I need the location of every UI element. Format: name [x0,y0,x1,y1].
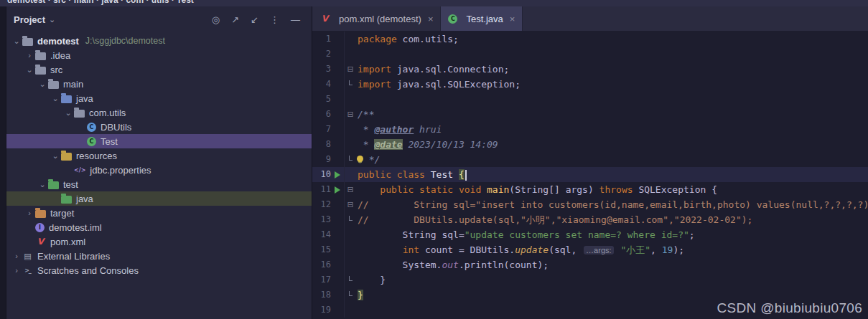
tree-item-test[interactable]: ⌄test [6,177,312,191]
code-line-10[interactable]: 10public class Test { [312,167,868,182]
folder-gray-icon [35,67,46,75]
tree-item-label: com.utils [89,108,126,118]
tree-item-label: java [76,93,93,104]
code-line-3[interactable]: 3⊟import java.sql.Connection; [312,62,868,77]
fold-end-icon[interactable] [349,216,353,221]
line-number: 4 [312,77,331,92]
code-line-9[interactable]: 9 */ [312,152,868,167]
fold-collapse-icon[interactable]: ⊟ [347,107,353,122]
code-token: (String[] args) [509,184,599,195]
chevron-down-icon[interactable]: ⌄ [49,15,55,24]
tree-item-com-utils[interactable]: ⌄com.utils [6,105,312,120]
line-number: 9 [312,152,331,167]
collapse-all-icon[interactable]: ↙ [251,14,258,25]
fold-end-icon[interactable] [349,276,353,281]
tree-item-resources[interactable]: ⌄resources [6,148,312,163]
project-panel-title[interactable]: Project [14,14,45,25]
folder-green-icon [48,181,59,189]
code-line-17[interactable]: 17 } [312,272,868,287]
gutter-run-slot [331,197,345,212]
gutter-fold-slot: ⊟ [345,182,356,197]
tree-item-dbutils[interactable]: CDBUtils [6,120,312,134]
tree-item-target[interactable]: ›target [6,206,312,220]
code-line-5[interactable]: 5 [312,92,868,107]
fold-end-icon[interactable] [349,291,353,296]
tab-pom-xml-demotest[interactable]: Vpom.xml (demotest)× [312,6,441,31]
intention-bulb-icon[interactable] [357,156,363,162]
fold-collapse-icon[interactable]: ⊟ [347,197,353,212]
code-line-6[interactable]: 6⊟/** [312,107,868,122]
chevron-right-icon[interactable]: › [24,209,35,217]
class-blue-icon: C [87,123,96,132]
code-line-4[interactable]: 4import java.sql.SQLException; [312,77,868,92]
gutter-run-slot [331,122,345,137]
chevron-right-icon[interactable]: › [11,252,22,260]
tree-item-java[interactable]: java [6,191,312,206]
chevron-down-icon[interactable]: ⌄ [11,37,22,46]
chevron-right-icon[interactable]: › [11,266,22,275]
code-line-16[interactable]: 16 System.out.println(count); [312,257,868,272]
tab-test-java[interactable]: CTest.java× [441,6,523,31]
code-line-13[interactable]: 13// DBUtils.update(sql,"小明","xiaoming@e… [312,212,868,227]
code-line-15[interactable]: 15 int count = DBUtils.update(sql, …args… [312,242,868,257]
hide-panel-icon[interactable]: — [291,14,300,25]
tree-item-src[interactable]: ⌄src [6,62,312,77]
fold-collapse-icon[interactable]: ⊟ [347,182,353,197]
tree-item-label: main [63,79,83,90]
chevron-down-icon[interactable]: ⌄ [50,151,61,161]
close-icon[interactable]: × [428,14,434,24]
code-token: out [442,260,458,270]
code-text [356,47,868,62]
tree-item-external-libraries[interactable]: ›▤External Libraries [6,249,312,263]
code-line-11[interactable]: 11⊟ public static void main(String[] arg… [312,182,868,197]
code-token: (sql, [549,244,582,255]
tree-item-demotest-iml[interactable]: Idemotest.iml [6,220,312,234]
tree-item-test[interactable]: CTest [6,134,312,148]
code-text: public class Test { [356,167,868,182]
chevron-down-icon[interactable]: ⌄ [24,65,35,75]
code-line-1[interactable]: 1package com.utils; [312,32,868,47]
gutter-fold-slot [345,167,356,182]
gutter-fold-slot [345,303,356,318]
code-token: main [487,184,509,195]
run-icon[interactable] [335,171,340,178]
fold-collapse-icon[interactable]: ⊟ [347,62,353,77]
gutter-run-slot [331,272,345,287]
line-number: 12 [312,197,331,212]
run-icon[interactable] [335,186,340,194]
tree-item-main[interactable]: ⌄main [6,77,312,91]
code-token: hrui [414,124,442,135]
gutter-run-slot [331,107,345,122]
expand-all-icon[interactable]: ↗ [231,14,239,25]
fold-end-icon[interactable] [349,156,353,161]
fold-end-icon[interactable] [349,80,353,85]
code-line-7[interactable]: 7 * @author hrui [312,122,868,137]
code-token: String sql= [358,229,465,240]
gutter-run-slot [331,182,345,197]
tree-item-pom-xml[interactable]: Vpom.xml [6,234,312,249]
tree-item-jdbc-properties[interactable]: </>jdbc.properties [6,163,312,177]
code-token: { [459,169,465,180]
code-line-12[interactable]: 12⊟// String sql="insert into customers(… [312,197,868,212]
tree-item-java[interactable]: ⌄java [6,91,312,105]
library-icon: ▤ [22,252,33,261]
code-editor[interactable]: 1package com.utils;23⊟import java.sql.Co… [312,31,868,319]
locate-icon[interactable]: ◎ [212,14,220,25]
tree-item-idea[interactable]: ›.idea [6,48,312,62]
more-options-icon[interactable]: ⋮ [270,14,279,25]
chevron-down-icon[interactable]: ⌄ [62,108,74,118]
chevron-down-icon[interactable]: ⌄ [37,180,48,189]
close-icon[interactable]: × [510,14,515,24]
code-token: void [459,184,481,195]
tree-item-demotest[interactable]: ⌄demotestJ:\sggjdbc\demotest [6,34,312,48]
code-line-2[interactable]: 2 [312,47,868,62]
chevron-down-icon[interactable]: ⌄ [50,94,61,103]
tree-item-scratches-and-consoles[interactable]: ›>_Scratches and Consoles [6,263,312,277]
code-line-8[interactable]: 8 * @date 2023/10/13 14:09 [312,137,868,152]
code-token: java.sql.SQLException; [391,79,521,90]
tree-item-label: jdbc.properties [90,165,151,176]
code-line-14[interactable]: 14 String sql="update customers set name… [312,227,868,242]
chevron-right-icon[interactable]: › [24,51,35,59]
code-text: System.out.println(count); [356,257,868,272]
chevron-down-icon[interactable]: ⌄ [37,80,48,89]
